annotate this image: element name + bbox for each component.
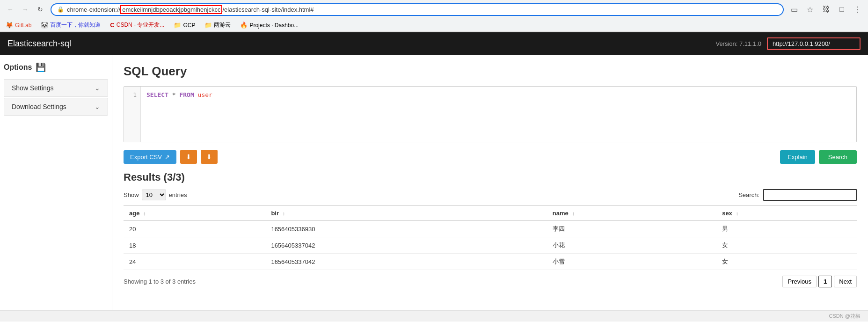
bookmark-csdn[interactable]: C CSDN - 专业开发... (108, 20, 166, 30)
content-area: SQL Query 1 SELECT * FROM user Export CS… (112, 55, 868, 310)
options-header: Options 💾 (0, 62, 112, 78)
bookmark-gitlab[interactable]: 🦊 GitLab (4, 21, 33, 29)
url-text: chrome-extension://emckeilmnjdbpeoackjpb… (67, 6, 777, 13)
search-control: Search: (738, 189, 857, 201)
show-settings-label: Show Settings (12, 84, 54, 92)
line-numbers: 1 (124, 87, 141, 142)
bookmark-folder[interactable]: 📁 两游云 (203, 20, 233, 30)
entries-select[interactable]: 10 25 50 100 (142, 190, 166, 200)
table-search-input[interactable] (763, 189, 857, 201)
explain-label: Explain (788, 154, 808, 161)
code-star: * (168, 91, 179, 98)
search-button-label: Search (828, 154, 847, 161)
cell-age: 24 (124, 254, 265, 270)
options-label: Options (4, 63, 32, 72)
export-csv-button[interactable]: Export CSV ↗ (124, 150, 176, 164)
bookmark-button[interactable]: ☆ (803, 3, 817, 16)
col-sex-header[interactable]: sex ↕ (716, 206, 857, 221)
gitlab-icon: 🦊 (6, 22, 13, 29)
navbar-right: Version: 7.11.1.0 (715, 37, 861, 50)
download-settings-label: Download Settings (12, 103, 66, 110)
col-name-label: name (553, 210, 569, 217)
bookmark-csdn-label: CSDN - 专业开发... (117, 21, 165, 29)
col-bir-label: bir (271, 210, 279, 217)
show-label: Show (124, 191, 139, 198)
back-button[interactable]: ← (4, 3, 17, 16)
table-header-row: age ↕ bir ↕ name ↕ sex ↕ (124, 206, 857, 221)
forward-button[interactable]: → (19, 3, 32, 16)
main-area: Options 💾 Show Settings ⌄ Download Setti… (0, 55, 868, 310)
gcp-icon: 📁 (174, 22, 181, 29)
action-left: Export CSV ↗ ⬇ ⬇ (124, 150, 218, 164)
extensions-button[interactable]: ⛓ (819, 3, 832, 16)
line-number-1: 1 (128, 91, 137, 98)
col-bir-header[interactable]: bir ↕ (265, 206, 547, 221)
sql-query-title: SQL Query (124, 64, 857, 79)
browser-nav-buttons: ← → ↻ (4, 3, 47, 16)
app-navbar: Elasticsearch-sql Version: 7.11.1.0 (0, 32, 868, 55)
app-title: Elasticsearch-sql (7, 39, 71, 49)
browser-actions: ▭ ☆ ⛓ □ ⋮ (788, 3, 864, 16)
app-container: Elasticsearch-sql Version: 7.11.1.0 Opti… (0, 32, 868, 322)
table-row: 181656405337042小花女 (124, 237, 857, 254)
page-1-button[interactable]: 1 (818, 276, 832, 287)
save-icon[interactable]: 💾 (36, 62, 46, 73)
download-button-2[interactable]: ⬇ (201, 150, 218, 164)
action-right: Explain Search (780, 150, 857, 164)
bookmark-baidu[interactable]: 🐼 百度一下，你就知道 (39, 20, 102, 30)
bookmark-projects-label: Projects · Dashbo... (249, 22, 299, 29)
download-icon-2: ⬇ (206, 153, 212, 161)
table-row: 241656405337042小雪女 (124, 254, 857, 270)
download-settings-section[interactable]: Download Settings ⌄ (4, 98, 108, 116)
code-table-name: user (198, 91, 212, 98)
address-bar[interactable]: 🔒 chrome-extension://emckeilmnjdbpeoackj… (51, 3, 784, 16)
sort-name-icon: ↕ (572, 211, 575, 216)
url-scheme: chrome-extension:// (67, 6, 120, 13)
export-arrow-icon: ↗ (165, 154, 170, 161)
bookmarks-bar: 🦊 GitLab 🐼 百度一下，你就知道 C CSDN - 专业开发... 📁 … (0, 19, 868, 32)
screen-cast-button[interactable]: ▭ (788, 3, 801, 16)
code-editor[interactable]: 1 SELECT * FROM user (124, 86, 857, 142)
bookmark-gitlab-label: GitLab (15, 22, 31, 29)
csdn-icon: C (110, 22, 114, 29)
table-controls: Show 10 25 50 100 entries Search: (124, 189, 857, 201)
url-extension-id: emckeilmnjdbpeoackjpbgmlhenjckcc (120, 5, 222, 14)
bookmark-folder-label: 两游云 (214, 21, 231, 29)
col-age-header[interactable]: age ↕ (124, 206, 265, 221)
export-csv-label: Export CSV (130, 154, 162, 161)
cell-sex: 男 (716, 221, 857, 237)
maximize-button[interactable]: □ (835, 3, 848, 16)
code-select-keyword: SELECT (146, 91, 168, 98)
menu-button[interactable]: ⋮ (851, 3, 864, 16)
bookmark-projects[interactable]: 🔥 Projects · Dashbo... (238, 21, 300, 29)
footer-text: CSDN @花椒 (829, 313, 861, 319)
baidu-icon: 🐼 (41, 22, 48, 29)
cell-sex: 女 (716, 237, 857, 254)
code-content[interactable]: SELECT * FROM user (141, 87, 856, 142)
col-age-label: age (129, 210, 139, 217)
sort-sex-icon: ↕ (736, 211, 738, 216)
pagination-controls: Previous 1 Next (782, 276, 857, 287)
show-settings-chevron-icon: ⌄ (95, 84, 100, 92)
previous-button[interactable]: Previous (782, 276, 817, 287)
next-button[interactable]: Next (834, 276, 857, 287)
search-label: Search: (738, 191, 759, 198)
pagination-row: Showing 1 to 3 of 3 entries Previous 1 N… (124, 276, 857, 287)
code-from-keyword: FROM (179, 91, 194, 98)
cell-age: 18 (124, 237, 265, 254)
show-settings-section[interactable]: Show Settings ⌄ (4, 79, 108, 97)
folder-icon: 📁 (204, 22, 212, 29)
download-button-1[interactable]: ⬇ (180, 150, 197, 164)
reload-button[interactable]: ↻ (34, 3, 47, 16)
cell-name: 小雪 (547, 254, 716, 270)
col-name-header[interactable]: name ↕ (547, 206, 716, 221)
bookmark-gcp[interactable]: 📁 GCP (172, 21, 197, 29)
cell-name: 李四 (547, 221, 716, 237)
search-button[interactable]: Search (819, 150, 857, 164)
showing-text: Showing 1 to 3 of 3 entries (124, 278, 196, 285)
explain-button[interactable]: Explain (780, 150, 815, 164)
es-url-input[interactable] (767, 37, 861, 50)
sidebar: Options 💾 Show Settings ⌄ Download Setti… (0, 55, 112, 310)
col-sex-label: sex (722, 210, 732, 217)
cell-sex: 女 (716, 254, 857, 270)
